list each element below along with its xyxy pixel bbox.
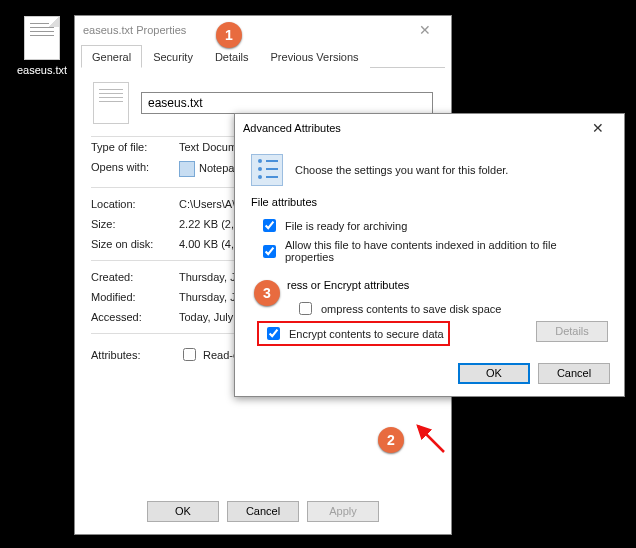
- svg-line-0: [418, 426, 444, 452]
- tab-general[interactable]: General: [81, 45, 142, 68]
- callout-badge-2: 2: [378, 427, 404, 453]
- close-icon[interactable]: ✕: [407, 16, 443, 44]
- size-label: Size:: [91, 218, 179, 230]
- properties-title: easeus.txt Properties: [83, 16, 186, 44]
- cancel-button[interactable]: Cancel: [227, 501, 299, 522]
- properties-titlebar[interactable]: easeus.txt Properties ✕: [75, 16, 451, 44]
- details-button[interactable]: Details: [536, 321, 608, 342]
- annotation-arrow: [410, 418, 450, 458]
- size-on-disk-label: Size on disk:: [91, 238, 179, 250]
- ok-button[interactable]: OK: [458, 363, 530, 384]
- file-attributes-group: File attributes: [251, 196, 608, 208]
- location-label: Location:: [91, 198, 179, 210]
- callout-badge-3: 3: [254, 280, 280, 306]
- close-icon[interactable]: ✕: [580, 114, 616, 142]
- compress-encrypt-group: ress or Encrypt attributes: [251, 279, 608, 291]
- tab-previous-versions[interactable]: Previous Versions: [260, 45, 370, 68]
- advanced-titlebar[interactable]: Advanced Attributes ✕: [235, 114, 624, 142]
- opens-with-label: Opens with:: [91, 161, 179, 177]
- tab-security[interactable]: Security: [142, 45, 204, 68]
- index-checkbox[interactable]: Allow this file to have contents indexed…: [251, 237, 608, 265]
- desktop-file-label: easeus.txt: [14, 64, 70, 76]
- properties-tabs: General Security Details Previous Versio…: [81, 44, 445, 68]
- compress-checkbox[interactable]: ompress contents to save disk space: [251, 297, 608, 320]
- desktop-file[interactable]: easeus.txt: [14, 16, 70, 76]
- checklist-icon: [251, 154, 283, 186]
- advanced-attributes-window: Advanced Attributes ✕ Choose the setting…: [234, 113, 625, 397]
- tab-details[interactable]: Details: [204, 45, 260, 68]
- accessed-label: Accessed:: [91, 311, 179, 323]
- created-label: Created:: [91, 271, 179, 283]
- apply-button[interactable]: Apply: [307, 501, 379, 522]
- type-of-file-label: Type of file:: [91, 141, 179, 153]
- archive-checkbox[interactable]: File is ready for archiving: [251, 214, 608, 237]
- advanced-intro: Choose the settings you want for this fo…: [295, 164, 508, 176]
- text-file-icon: [93, 82, 129, 124]
- ok-button[interactable]: OK: [147, 501, 219, 522]
- advanced-title: Advanced Attributes: [243, 114, 341, 142]
- modified-label: Modified:: [91, 291, 179, 303]
- cancel-button[interactable]: Cancel: [538, 363, 610, 384]
- encrypt-checkbox[interactable]: Encrypt contents to secure data: [263, 324, 444, 343]
- attributes-label: Attributes:: [91, 349, 179, 361]
- filename-input[interactable]: [141, 92, 433, 114]
- notepad-icon: [179, 161, 195, 177]
- text-file-icon: [24, 16, 60, 60]
- callout-badge-1: 1: [216, 22, 242, 48]
